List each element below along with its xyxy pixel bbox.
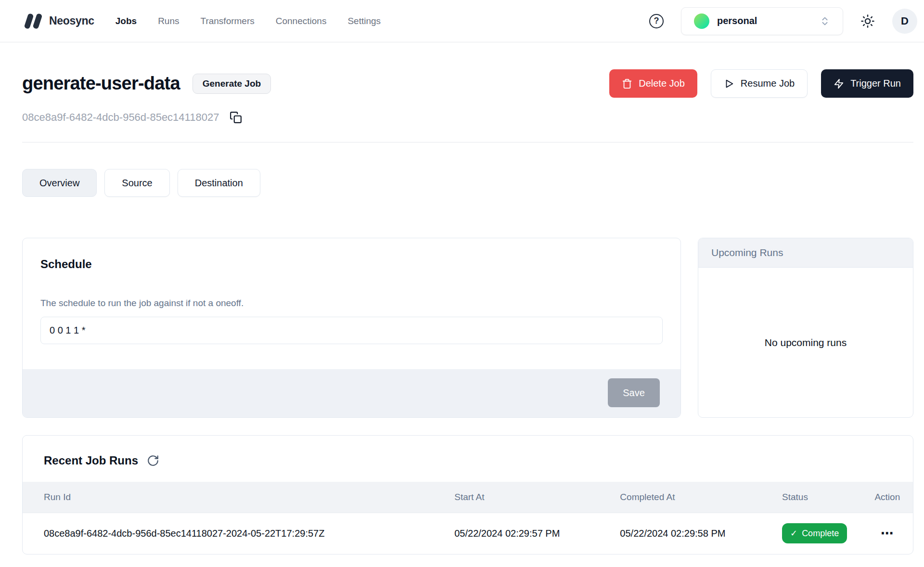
table-row[interactable]: 08ce8a9f-6482-4dcb-956d-85ec14118027-202…	[23, 513, 913, 554]
neosync-logo-icon	[24, 13, 42, 30]
navbar-right: ? personal D	[649, 7, 917, 35]
top-navbar: Neosync Jobs Runs Transformers Connectio…	[0, 0, 924, 42]
resume-job-label: Resume Job	[741, 78, 795, 89]
job-id-row: 08ce8a9f-6482-4dcb-956d-85ec14118027	[22, 111, 913, 124]
trash-icon	[622, 78, 632, 89]
schedule-card-footer: Save	[23, 369, 680, 417]
save-button[interactable]: Save	[608, 378, 660, 407]
chevron-up-down-icon	[820, 16, 830, 26]
header-buttons: Delete Job Resume Job Trigger Run	[609, 69, 913, 98]
column-header-status: Status	[782, 482, 874, 513]
brand[interactable]: Neosync	[24, 13, 94, 30]
nav-item-jobs[interactable]: Jobs	[116, 16, 137, 26]
schedule-title: Schedule	[40, 258, 663, 271]
content-row: Schedule The schedule to run the job aga…	[22, 238, 913, 418]
upcoming-runs-card: Upcoming Runs No upcoming runs	[698, 238, 913, 418]
page-header: generate-user-data Generate Job Delete J…	[22, 69, 913, 98]
page-title: generate-user-data	[22, 73, 180, 94]
brand-name: Neosync	[49, 14, 94, 27]
copy-icon[interactable]	[230, 111, 242, 124]
cron-schedule-input[interactable]	[40, 317, 663, 344]
column-header-action: Action	[874, 482, 913, 513]
job-type-badge: Generate Job	[192, 74, 271, 94]
account-name: personal	[717, 15, 757, 26]
trigger-run-button[interactable]: Trigger Run	[821, 69, 913, 98]
page-main: generate-user-data Generate Job Delete J…	[0, 42, 924, 554]
tab-overview[interactable]: Overview	[22, 169, 97, 197]
user-avatar[interactable]: D	[892, 9, 917, 34]
tab-source[interactable]: Source	[104, 169, 169, 197]
job-id: 08ce8a9f-6482-4dcb-956d-85ec14118027	[22, 111, 219, 124]
start-at-cell: 05/22/2024 02:29:57 PM	[454, 513, 620, 554]
refresh-icon[interactable]	[147, 454, 159, 467]
action-cell: ⋯	[874, 513, 913, 554]
job-runs-table: Run Id Start At Completed At Status Acti…	[23, 482, 913, 554]
schedule-card: Schedule The schedule to run the job aga…	[22, 238, 681, 418]
header-divider	[22, 142, 913, 142]
table-header-row: Run Id Start At Completed At Status Acti…	[23, 482, 913, 513]
schedule-description: The schedule to run the job against if n…	[40, 298, 663, 309]
play-icon	[724, 78, 734, 89]
recent-job-runs-card: Recent Job Runs Run Id Start At Complete…	[22, 435, 913, 554]
resume-job-button[interactable]: Resume Job	[711, 69, 808, 98]
tab-bar: Overview Source Destination	[22, 169, 913, 197]
status-badge: ✓ Complete	[782, 523, 847, 543]
status-label: Complete	[802, 528, 839, 539]
tab-destination[interactable]: Destination	[178, 169, 260, 197]
recent-job-runs-header: Recent Job Runs	[23, 436, 913, 482]
status-cell: ✓ Complete	[782, 513, 874, 554]
trigger-run-label: Trigger Run	[850, 78, 901, 89]
account-switcher[interactable]: personal	[681, 7, 843, 35]
completed-at-cell: 05/22/2024 02:29:58 PM	[620, 513, 782, 554]
nav-item-settings[interactable]: Settings	[347, 16, 381, 26]
more-actions-icon[interactable]: ⋯	[881, 527, 894, 540]
delete-job-label: Delete Job	[639, 78, 685, 89]
schedule-card-body: Schedule The schedule to run the job aga…	[23, 238, 680, 369]
upcoming-runs-title: Upcoming Runs	[698, 238, 913, 268]
lightning-bolt-icon	[834, 78, 844, 89]
recent-job-runs-title: Recent Job Runs	[44, 454, 138, 467]
column-header-start-at: Start At	[454, 482, 620, 513]
theme-toggle-sun-icon[interactable]	[860, 14, 875, 28]
upcoming-runs-empty-state: No upcoming runs	[698, 268, 913, 417]
main-nav: Jobs Runs Transformers Connections Setti…	[116, 16, 381, 26]
column-header-completed-at: Completed At	[620, 482, 782, 513]
column-header-run-id: Run Id	[23, 482, 454, 513]
nav-item-runs[interactable]: Runs	[158, 16, 179, 26]
nav-item-connections[interactable]: Connections	[276, 16, 327, 26]
nav-item-transformers[interactable]: Transformers	[201, 16, 255, 26]
help-icon[interactable]: ?	[649, 14, 664, 28]
account-avatar	[694, 13, 709, 29]
check-icon: ✓	[790, 528, 797, 539]
delete-job-button[interactable]: Delete Job	[609, 69, 697, 98]
run-id-cell: 08ce8a9f-6482-4dcb-956d-85ec14118027-202…	[23, 513, 454, 554]
